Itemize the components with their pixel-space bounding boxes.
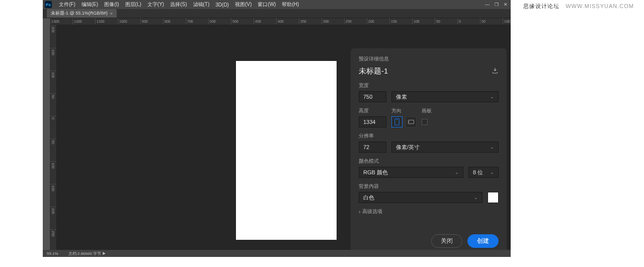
ruler-tick: 150 xyxy=(50,184,56,207)
new-document-panel: 预设详细信息 未标题-1 宽度 像素 ⌄ xyxy=(351,48,507,250)
width-label: 宽度 xyxy=(359,82,499,89)
chevron-down-icon: ⌄ xyxy=(474,195,478,200)
ruler-tick: 150 xyxy=(389,18,412,25)
document-name[interactable]: 未标题-1 xyxy=(359,66,388,76)
menu-edit[interactable]: 编辑(E) xyxy=(78,1,101,8)
menu-image[interactable]: 图像(I) xyxy=(101,1,122,8)
document-tab-title: 未标题-1 @ 55.1%(RGB/8#) xyxy=(51,10,108,17)
color-mode-label: 颜色模式 xyxy=(359,158,499,165)
ruler-tick: 150 xyxy=(50,48,56,71)
watermark: 思缘设计论坛 WWW.MISSYUAN.COM xyxy=(523,3,634,10)
ruler-tick: 200 xyxy=(50,207,56,229)
advanced-options-toggle[interactable]: › 高级选项 xyxy=(359,208,499,215)
window-minimize-icon[interactable]: — xyxy=(485,2,490,7)
menu-view[interactable]: 视图(V) xyxy=(232,1,255,8)
document-info[interactable]: 文档:2.86M/0 字节 ▶ xyxy=(68,251,107,256)
zoom-level[interactable]: 55.1% xyxy=(47,251,58,256)
ruler-tick: 250 xyxy=(50,229,56,250)
width-input[interactable] xyxy=(359,91,386,102)
ruler-tick: 0 xyxy=(457,18,480,25)
left-gutter xyxy=(43,18,50,250)
resolution-label: 分辨率 xyxy=(359,132,499,140)
tab-close-icon[interactable]: × xyxy=(110,11,113,16)
watermark-cn: 思缘设计论坛 xyxy=(523,3,559,9)
ruler-tick: 1100 xyxy=(95,18,118,25)
status-bar: 55.1% 文档:2.86M/0 字节 ▶ xyxy=(43,250,511,257)
ruler-tick: 50 xyxy=(435,18,457,25)
document-canvas[interactable] xyxy=(236,61,337,240)
height-label: 高度 xyxy=(359,107,386,114)
ruler-tick: 50 xyxy=(50,93,56,116)
ruler-tick: 900 xyxy=(140,18,163,25)
create-button[interactable]: 创建 xyxy=(467,234,499,248)
ruler-tick: 600 xyxy=(208,18,231,25)
color-mode-value: RGB 颜色 xyxy=(363,169,388,176)
app-logo: Ps xyxy=(45,1,52,8)
window-restore-icon[interactable]: ❐ xyxy=(495,2,499,7)
width-unit-value: 像素 xyxy=(396,93,407,101)
background-select[interactable]: 白色 ⌄ xyxy=(359,192,482,203)
arrow-right-icon: ▶ xyxy=(102,251,106,256)
artboard-checkbox[interactable] xyxy=(422,119,428,125)
chevron-down-icon: ⌄ xyxy=(490,94,494,99)
artboard-label: 画板 xyxy=(422,107,432,114)
menu-file[interactable]: 文件(F) xyxy=(56,1,78,8)
menubar: Ps 文件(F) 编辑(E) 图像(I) 图层(L) 文字(Y) 选择(S) 滤… xyxy=(43,0,511,9)
resolution-input[interactable] xyxy=(359,142,386,153)
window-close-icon[interactable]: ✕ xyxy=(504,2,508,7)
ruler-tick: 100 xyxy=(503,18,511,25)
orientation-landscape-button[interactable] xyxy=(406,116,417,127)
menu-type[interactable]: 文字(Y) xyxy=(144,1,167,8)
ruler-vertical[interactable]: 2001501005005010015020025030035040045050… xyxy=(50,25,57,250)
chevron-down-icon: ⌄ xyxy=(490,145,494,150)
background-color-swatch[interactable] xyxy=(488,192,499,203)
ruler-tick: 1300 xyxy=(50,18,72,25)
ruler-tick: 100 xyxy=(50,161,56,184)
ruler-horizontal[interactable]: 1300120011001000900800700600500450400350… xyxy=(50,18,511,25)
document-tab[interactable]: 未标题-1 @ 55.1%(RGB/8#) × xyxy=(47,9,117,18)
menu-3d[interactable]: 3D(D) xyxy=(212,2,232,8)
menu-select[interactable]: 选择(S) xyxy=(167,1,190,8)
preset-info-label: 预设详细信息 xyxy=(359,55,499,62)
ruler-tick: 450 xyxy=(254,18,276,25)
ruler-tick: 800 xyxy=(163,18,186,25)
advanced-label: 高级选项 xyxy=(362,208,382,215)
orientation-portrait-button[interactable] xyxy=(391,116,403,127)
bit-depth-value: 8 位 xyxy=(473,169,483,176)
bit-depth-select[interactable]: 8 位 ⌄ xyxy=(468,167,499,178)
ruler-tick: 1200 xyxy=(72,18,95,25)
chevron-right-icon: › xyxy=(359,209,360,215)
resolution-unit-value: 像素/英寸 xyxy=(396,144,420,151)
ruler-tick: 700 xyxy=(186,18,208,25)
ruler-tick: 300 xyxy=(321,18,344,25)
ruler-tick: 250 xyxy=(344,18,367,25)
ruler-tick: 50 xyxy=(50,139,56,161)
menu-layer[interactable]: 图层(L) xyxy=(122,1,144,8)
ruler-tick: 50 xyxy=(480,18,503,25)
background-value: 白色 xyxy=(363,194,374,202)
menu-filter[interactable]: 滤镜(T) xyxy=(190,1,213,8)
photoshop-window: Ps 文件(F) 编辑(E) 图像(I) 图层(L) 文字(Y) 选择(S) 滤… xyxy=(43,0,511,257)
ruler-tick: 1000 xyxy=(118,18,140,25)
color-mode-select[interactable]: RGB 颜色 ⌄ xyxy=(359,167,463,178)
resolution-unit-select[interactable]: 像素/英寸 ⌄ xyxy=(391,142,499,153)
menu-help[interactable]: 帮助(H) xyxy=(279,1,302,8)
ruler-tick: 200 xyxy=(50,25,56,48)
height-input[interactable] xyxy=(359,116,386,127)
close-button[interactable]: 关闭 xyxy=(431,234,462,248)
background-label: 背景内容 xyxy=(359,183,499,190)
document-tabbar: 未标题-1 @ 55.1%(RGB/8#) × xyxy=(43,9,511,18)
watermark-url: WWW.MISSYUAN.COM xyxy=(566,3,634,9)
orientation-label: 方向 xyxy=(391,107,417,114)
ruler-tick: 100 xyxy=(50,71,56,93)
canvas-workspace: 1300120011001000900800700600500450400350… xyxy=(50,18,511,250)
ruler-tick: 500 xyxy=(231,18,254,25)
menu-window[interactable]: 窗口(W) xyxy=(255,1,279,8)
save-preset-icon[interactable] xyxy=(492,67,499,76)
chevron-down-icon: ⌄ xyxy=(455,170,459,175)
chevron-down-icon: ⌄ xyxy=(490,170,494,175)
width-unit-select[interactable]: 像素 ⌄ xyxy=(391,91,499,102)
ruler-tick: 200 xyxy=(367,18,389,25)
ruler-tick: 350 xyxy=(299,18,321,25)
ruler-tick: 0 xyxy=(50,116,56,139)
